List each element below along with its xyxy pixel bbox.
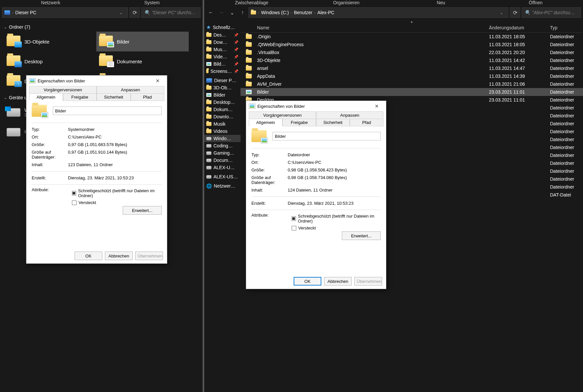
list-row[interactable]: .VirtualBox22.03.2021 20:20Dateiordner: [241, 48, 583, 56]
breadcrumb[interactable]: Alex-PC: [317, 10, 334, 15]
tab-security[interactable]: Sicherheit: [316, 119, 350, 126]
ok-button[interactable]: OK: [294, 277, 321, 286]
folder-tile[interactable]: 3D-Objekte: [4, 32, 96, 51]
tree-item[interactable]: Dow…📌: [204, 39, 241, 46]
list-row[interactable]: AVM_Driver11.03.2021 21:06Dateiordner: [241, 80, 583, 88]
pictures-icon: [249, 104, 255, 109]
refresh-button[interactable]: ⟳: [510, 7, 520, 18]
group-folders-header[interactable]: ⌄ Ordner (7): [4, 22, 199, 32]
ribbon-tab-system[interactable]: System: [101, 0, 203, 5]
close-button[interactable]: ✕: [151, 78, 164, 83]
tab-customize[interactable]: Anpassen: [97, 86, 164, 94]
value-size-disk: 0,98 GB (1.058.734.080 Bytes): [288, 175, 381, 185]
list-row[interactable]: ansel11.03.2021 14:47Dateiordner: [241, 64, 583, 72]
address-field[interactable]: › Windows (C:) › Benutzer › Alex-PC ⌄: [248, 7, 508, 18]
folder-icon: [32, 105, 47, 117]
tab-security[interactable]: Sicherheit: [97, 93, 131, 101]
breadcrumb[interactable]: Windows (C:): [261, 10, 289, 15]
tree-item[interactable]: Docum…: [204, 157, 241, 164]
chevron-down-icon[interactable]: ⌄: [497, 10, 506, 15]
ribbon-tab[interactable]: Organisieren: [299, 0, 394, 5]
tree-item[interactable]: Bild…📌: [204, 60, 241, 68]
name-input[interactable]: [273, 132, 381, 140]
apply-button[interactable]: Übernehmen: [135, 252, 163, 260]
advanced-button[interactable]: Erweitert...: [342, 231, 381, 240]
list-row[interactable]: .Origin11.03.2021 18:05Dateiordner: [241, 33, 583, 41]
tab-general[interactable]: Allgemein: [249, 119, 282, 126]
cancel-button[interactable]: Abbrechen: [324, 277, 352, 286]
list-row[interactable]: Bilder23.03.2021 11:01Dateiordner: [241, 88, 583, 96]
tab-versions[interactable]: Vorgängerversionen: [29, 86, 97, 94]
tree-item[interactable]: 🌐Netzwer…: [204, 182, 241, 190]
tree-item[interactable]: Videos: [204, 128, 241, 135]
breadcrumb[interactable]: Dieser PC: [15, 10, 36, 15]
col-type[interactable]: Typ: [547, 25, 583, 30]
tree-item[interactable]: Vide…📌: [204, 53, 241, 60]
apply-button[interactable]: Übernehmen: [354, 277, 382, 286]
checkbox-readonly[interactable]: Schreibgeschützt (betrifft nur Dateien i…: [72, 187, 162, 199]
address-field[interactable]: › Dieser PC ⌄: [2, 7, 128, 18]
ok-button[interactable]: OK: [75, 252, 102, 260]
titlebar[interactable]: Eigenschaften von Bilder ✕: [246, 101, 386, 111]
folder-tile[interactable]: Dokumente: [96, 51, 189, 71]
back-button[interactable]: ←: [206, 8, 215, 17]
folder-tile[interactable]: Bilder: [96, 32, 189, 51]
label-size: Größe:: [251, 167, 288, 172]
ribbon-tab[interactable]: Zwischenablage: [204, 0, 299, 5]
name-input[interactable]: [53, 106, 162, 115]
list-row[interactable]: AppData11.03.2021 14:39Dateiordner: [241, 72, 583, 80]
ribbon-tab-network[interactable]: Netzwerk: [0, 0, 101, 5]
checkbox-readonly[interactable]: Schreibgeschützt (betrifft nur Dateien i…: [292, 213, 381, 225]
checkbox-hidden[interactable]: Versteckt: [292, 225, 381, 231]
tab-path[interactable]: Pfad: [350, 119, 383, 126]
list-row[interactable]: .QtWebEngineProcess11.03.2021 18:05Datei…: [241, 41, 583, 48]
tab-sharing[interactable]: Freigabe: [282, 119, 316, 126]
titlebar[interactable]: Eigenschaften von Bilder ✕: [26, 75, 167, 86]
chevron-down-icon[interactable]: ⌄: [116, 10, 126, 15]
list-row[interactable]: 3D-Objekte11.03.2021 14:42Dateiordner: [241, 56, 583, 64]
up-button[interactable]: ↑: [238, 8, 247, 17]
breadcrumb[interactable]: Benutzer: [294, 10, 312, 15]
refresh-button[interactable]: ⟳: [129, 7, 140, 18]
ribbon-tab[interactable]: Öffnen: [488, 0, 583, 5]
pin-icon: 📌: [234, 55, 239, 59]
col-name[interactable]: Name: [241, 25, 486, 30]
cancel-button[interactable]: Abbrechen: [105, 252, 133, 260]
tree-item[interactable]: ALEX-U…: [204, 164, 241, 171]
tree-item[interactable]: 3D-Ob…: [204, 84, 241, 91]
col-date[interactable]: Änderungsdatum: [486, 25, 547, 30]
tab-general[interactable]: Allgemein: [29, 93, 63, 101]
chevron-down-icon: ⌄: [4, 96, 7, 100]
tab-path[interactable]: Pfad: [131, 93, 165, 101]
advanced-button[interactable]: Erweitert...: [123, 206, 162, 215]
tab-customize[interactable]: Anpassen: [316, 111, 383, 119]
close-button[interactable]: ✕: [370, 104, 383, 109]
tree-item[interactable]: Mus…📌: [204, 46, 241, 53]
chevron-down-icon: ⌄: [4, 25, 7, 29]
tree-item[interactable]: Dieser P…: [204, 77, 241, 84]
properties-dialog-right: Eigenschaften von Bilder ✕ Vorgängervers…: [246, 101, 386, 289]
list-header[interactable]: Name Änderungsdatum Typ: [241, 23, 583, 33]
tree-item[interactable]: Desktop…: [204, 99, 241, 106]
nav-tree[interactable]: ★Schnellz…Des…📌Dow…📌Mus…📌Vide…📌Bild…📌Scr…: [204, 20, 241, 392]
tree-item[interactable]: Bilder: [204, 91, 241, 99]
tree-item[interactable]: Gaming…: [204, 149, 241, 157]
search-input[interactable]: 🔍 "Alex-PC" durchsu…: [522, 7, 581, 18]
tree-item[interactable]: ALEX-US…: [204, 173, 241, 180]
tree-item[interactable]: Des…📌: [204, 31, 241, 39]
tree-item[interactable]: Screens…📌: [204, 68, 241, 75]
tree-item[interactable]: Dokum…: [204, 106, 241, 113]
tree-item[interactable]: Musik: [204, 120, 241, 128]
tree-item[interactable]: Downlo…: [204, 113, 241, 120]
folder-tile[interactable]: Desktop: [4, 51, 96, 71]
ribbon-tab[interactable]: Neu: [394, 0, 488, 5]
forward-button[interactable]: →: [217, 8, 226, 17]
tree-item[interactable]: ★Schnellz…: [204, 23, 241, 31]
tree-item[interactable]: Coding…: [204, 142, 241, 149]
recent-dropdown[interactable]: ⌄: [227, 8, 237, 17]
tree-item[interactable]: Windo…: [204, 135, 241, 142]
checkbox-hidden[interactable]: Versteckt: [72, 199, 162, 206]
search-input[interactable]: 🔍 "Dieser PC" durchs…: [141, 7, 201, 18]
tab-versions[interactable]: Vorgängerversionen: [249, 111, 316, 119]
tab-sharing[interactable]: Freigabe: [63, 93, 97, 101]
